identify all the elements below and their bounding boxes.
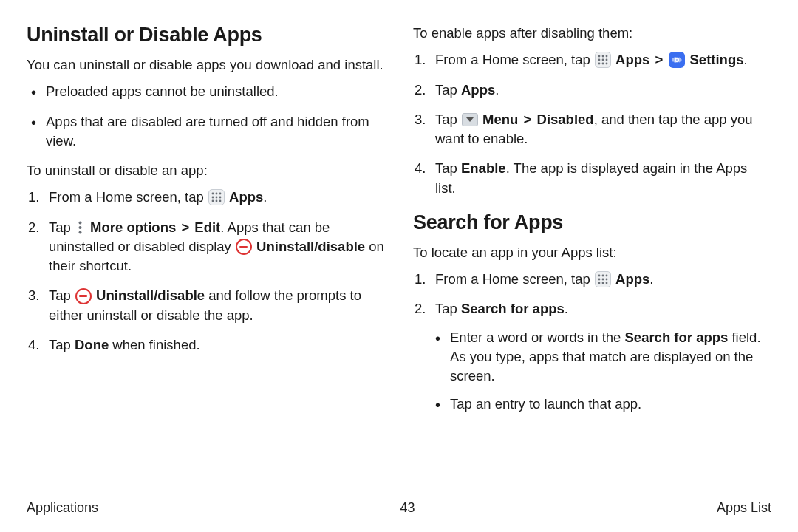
- menu-label: Menu: [482, 112, 518, 127]
- heading-search-apps: Search for Apps: [413, 211, 771, 234]
- apps-label: Apps: [461, 82, 495, 98]
- left-column: Uninstall or Disable Apps You can uninst…: [27, 24, 385, 482]
- apps-label: Apps: [615, 52, 649, 67]
- svg-point-22: [601, 275, 604, 277]
- svg-point-0: [211, 193, 214, 195]
- enable-steps: From a Home screen, tap Apps > Settings.…: [413, 50, 771, 198]
- apps-label: Apps: [229, 189, 263, 205]
- intro-text: To locate an app in your Apps list:: [413, 243, 771, 262]
- svg-point-1: [215, 193, 217, 195]
- enable-label: Enable: [461, 160, 506, 176]
- uninstall-disable-label: Uninstall/disable: [256, 239, 365, 254]
- note-item: Apps that are disabled are turned off an…: [44, 112, 385, 151]
- uninstall-disable-label: Uninstall/disable: [96, 287, 205, 303]
- search-for-apps-label: Search for apps: [461, 301, 565, 316]
- settings-label: Settings: [690, 52, 744, 67]
- svg-point-25: [601, 279, 604, 281]
- step-item: From a Home screen, tap Apps > Settings.: [435, 50, 771, 69]
- svg-point-2: [219, 193, 221, 195]
- footer-topic: Apps List: [717, 500, 771, 516]
- step-item: Tap Menu > Disabled, and then tap the ap…: [435, 110, 771, 149]
- apps-label: Apps: [615, 271, 649, 287]
- dropdown-menu-icon: [462, 113, 478, 126]
- svg-point-17: [605, 59, 607, 61]
- step-item: Tap Apps.: [435, 81, 771, 100]
- disabled-label: Disabled: [537, 112, 594, 127]
- svg-point-28: [601, 282, 604, 284]
- footer-section: Applications: [27, 500, 98, 516]
- search-substeps: Enter a word or words in the Search for …: [435, 328, 771, 415]
- svg-point-6: [211, 200, 214, 202]
- uninstall-steps: From a Home screen, tap Apps. Tap More o…: [27, 188, 385, 355]
- done-label: Done: [75, 337, 109, 352]
- more-options-label: More options: [90, 219, 176, 235]
- manual-page: Uninstall or Disable Apps You can uninst…: [27, 24, 771, 482]
- svg-point-24: [598, 279, 600, 281]
- svg-point-16: [601, 59, 604, 61]
- svg-point-7: [215, 200, 217, 202]
- apps-icon: [208, 189, 225, 205]
- lead-text: To uninstall or disable an app:: [27, 161, 385, 180]
- settings-icon: [669, 52, 685, 68]
- svg-point-15: [598, 59, 600, 61]
- page-footer: Applications 43 Apps List: [27, 500, 771, 516]
- chevron-separator: >: [655, 52, 663, 67]
- step-item: Tap Search for apps. Enter a word or wor…: [435, 299, 771, 414]
- svg-point-27: [598, 282, 600, 284]
- footer-page-number: 43: [400, 500, 415, 516]
- svg-point-14: [605, 55, 607, 58]
- svg-point-5: [219, 197, 221, 199]
- apps-icon: [595, 271, 611, 287]
- chevron-separator: >: [524, 112, 532, 127]
- svg-point-21: [598, 275, 600, 277]
- step-item: Tap Done when finished.: [49, 335, 385, 355]
- svg-point-20: [605, 63, 607, 65]
- svg-point-12: [598, 55, 600, 58]
- svg-point-29: [605, 282, 607, 284]
- more-options-icon: [75, 219, 86, 236]
- heading-uninstall-disable: Uninstall or Disable Apps: [27, 24, 385, 47]
- search-field-label: Search for apps: [625, 330, 729, 345]
- substep-item: Tap an entry to launch that app.: [449, 395, 771, 414]
- svg-point-10: [79, 226, 82, 229]
- step-item: Tap More options > Edit. Apps that can b…: [49, 218, 385, 276]
- edit-label: Edit: [194, 219, 220, 235]
- step-item: From a Home screen, tap Apps.: [49, 188, 385, 207]
- intro-text: You can uninstall or disable apps you do…: [27, 55, 385, 75]
- svg-point-26: [605, 279, 607, 281]
- svg-point-13: [601, 55, 604, 58]
- substep-item: Enter a word or words in the Search for …: [449, 328, 771, 386]
- svg-point-18: [598, 63, 600, 65]
- step-item: Tap Enable. The app is displayed again i…: [435, 159, 771, 198]
- svg-point-4: [215, 197, 217, 199]
- svg-point-3: [211, 197, 214, 199]
- svg-point-19: [601, 63, 604, 65]
- step-item: From a Home screen, tap Apps.: [435, 270, 771, 289]
- lead-text: To enable apps after disabling them:: [413, 24, 771, 43]
- search-steps: From a Home screen, tap Apps. Tap Search…: [413, 270, 771, 415]
- note-item: Preloaded apps cannot be uninstalled.: [44, 82, 385, 101]
- chevron-separator: >: [181, 219, 189, 235]
- step-item: Tap Uninstall/disable and follow the pro…: [49, 286, 385, 325]
- right-column: To enable apps after disabling them: Fro…: [413, 24, 771, 482]
- notes-list: Preloaded apps cannot be uninstalled. Ap…: [27, 82, 385, 151]
- uninstall-disable-icon: [236, 239, 252, 255]
- svg-point-23: [605, 275, 607, 277]
- apps-icon: [595, 52, 611, 68]
- svg-point-8: [219, 200, 221, 202]
- svg-point-11: [79, 231, 82, 233]
- uninstall-disable-icon: [75, 288, 92, 304]
- svg-point-9: [79, 221, 82, 224]
